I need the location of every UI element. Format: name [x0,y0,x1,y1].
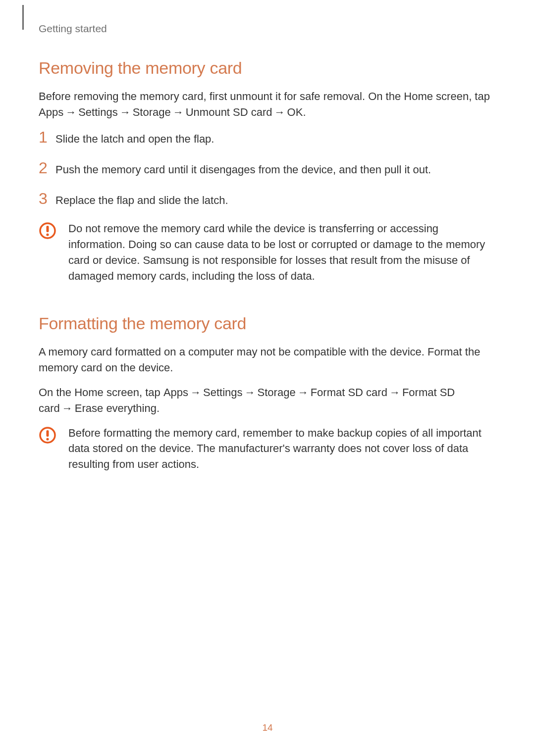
svg-point-2 [46,234,49,236]
warning-icon-wrap [39,425,68,446]
para2-pre: On the Home screen, tap [39,386,163,399]
para2-post: . [157,402,160,414]
warning-callout: Do not remove the memory card while the … [39,221,496,284]
warning-icon-wrap [39,221,68,242]
page-number: 14 [0,722,535,733]
nav-storage: Storage [258,386,296,399]
intro-post-text: . [303,106,306,118]
intro-paragraph: Before removing the memory card, first u… [39,89,496,120]
arrow-icon: → [272,106,287,118]
warning-text: Do not remove the memory card while the … [68,221,496,284]
nav-settings: Settings [203,386,243,399]
step-number: 3 [39,191,55,206]
heading-removing: Removing the memory card [39,58,496,78]
nav-unmount: Unmount SD card [186,106,272,118]
warning-callout: Before formatting the memory card, remem… [39,425,496,473]
arrow-icon: → [243,386,258,399]
intro-pre-text: Before removing the memory card, first u… [39,90,490,102]
step-text: Replace the flap and slide the latch. [55,193,228,208]
warning-icon [39,222,56,240]
step-text: Push the memory card until it disengages… [55,162,431,178]
step-number: 2 [39,160,55,176]
warning-text: Before formatting the memory card, remem… [68,425,496,473]
breadcrumb: Getting started [39,23,496,35]
section-gap [39,304,496,314]
arrow-icon: → [296,386,311,399]
warning-icon [39,426,56,444]
nav-erase: Erase everything [75,402,157,414]
list-item: 1 Slide the latch and open the flap. [39,129,496,147]
nav-settings: Settings [78,106,118,118]
steps-list: 1 Slide the latch and open the flap. 2 P… [39,129,496,208]
nav-ok: OK [287,106,303,118]
nav-apps: Apps [39,106,63,118]
svg-point-5 [46,438,49,440]
step-text: Slide the latch and open the flap. [55,131,214,147]
nav-storage: Storage [133,106,171,118]
format-para2: On the Home screen, tap Apps→Settings→St… [39,385,496,416]
arrow-icon: → [60,402,75,414]
nav-path: Apps→Settings→Storage→Unmount SD card→OK [39,106,303,118]
breadcrumb-mark [22,5,24,30]
arrow-icon: → [387,386,402,399]
step-number: 1 [39,129,55,145]
list-item: 3 Replace the flap and slide the latch. [39,191,496,208]
nav-apps: Apps [163,386,188,399]
svg-rect-1 [47,226,49,232]
arrow-icon: → [188,386,203,399]
heading-formatting: Formatting the memory card [39,314,496,333]
arrow-icon: → [118,106,133,118]
breadcrumb-block: Getting started [39,23,496,35]
svg-rect-4 [47,430,49,437]
document-page: Getting started Removing the memory card… [0,0,535,756]
list-item: 2 Push the memory card until it disengag… [39,160,496,178]
format-para1: A memory card formatted on a computer ma… [39,344,496,376]
arrow-icon: → [63,106,78,118]
nav-format-sd: Format SD card [311,386,387,399]
arrow-icon: → [171,106,186,118]
